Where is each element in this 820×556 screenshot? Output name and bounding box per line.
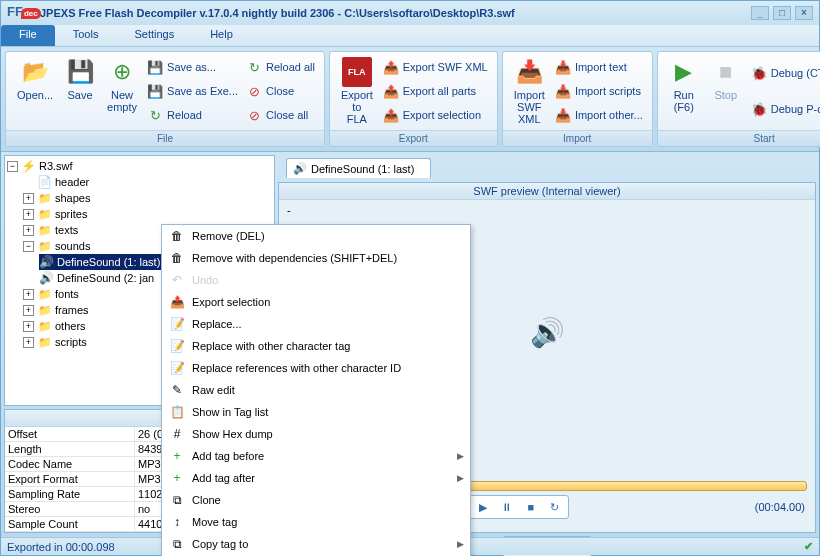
export-selection-button[interactable]: 📤Export selection bbox=[379, 105, 492, 125]
import-scripts-button[interactable]: 📥Import scripts bbox=[551, 81, 647, 101]
save-as-exe-button[interactable]: 💾Save as Exe... bbox=[143, 81, 242, 101]
save-button[interactable]: 💾 Save bbox=[59, 55, 101, 127]
ctx-replace-char[interactable]: 📝Replace with other character tag bbox=[162, 335, 470, 357]
debug-button[interactable]: 🐞Debug (CTRL+F5) bbox=[747, 63, 820, 83]
ctx-raw-edit[interactable]: ✎Raw edit bbox=[162, 379, 470, 401]
ribbon-group-import: 📥 ImportSWF XML 📥Import text 📥Import scr… bbox=[502, 51, 653, 147]
open-icon: 📂 bbox=[20, 57, 50, 87]
list-icon: 📋 bbox=[168, 404, 186, 420]
player-loop-button[interactable]: ↻ bbox=[544, 498, 566, 516]
open-button[interactable]: 📂 Open... bbox=[11, 55, 59, 127]
save-as-button[interactable]: 💾Save as... bbox=[143, 57, 242, 77]
menu-file[interactable]: File bbox=[1, 25, 55, 46]
exe-icon: 💾 bbox=[147, 83, 163, 99]
maximize-button[interactable]: □ bbox=[773, 6, 791, 20]
ribbon-group-start: ▶ Run(F6) ■ Stop 🐞Debug (CTRL+F5) 🐞Debug… bbox=[657, 51, 820, 147]
add-icon: + bbox=[168, 470, 186, 486]
player-play-button[interactable]: ▶ bbox=[472, 498, 494, 516]
app-logo-icon: FFdec bbox=[7, 4, 35, 22]
sound-icon: 🔊 bbox=[39, 255, 54, 269]
export-icon: 📤 bbox=[168, 294, 186, 310]
ribbon-group-file: 📂 Open... 💾 Save ⊕ Newempty 💾Save as... … bbox=[5, 51, 325, 147]
submenu-arrow-icon: ▶ bbox=[457, 451, 464, 461]
preview-title: SWF preview (Internal viewer) bbox=[279, 183, 815, 200]
ribbon-group-export: FLA Exportto FLA 📤Export SWF XML 📤Export… bbox=[329, 51, 498, 147]
page-icon: 📄 bbox=[37, 175, 52, 189]
bug-icon: 🐞 bbox=[751, 65, 767, 81]
folder-icon bbox=[37, 191, 52, 205]
delete-icon: 🗑 bbox=[168, 228, 186, 244]
ctx-undo[interactable]: ↶Undo bbox=[162, 269, 470, 291]
replace-refs-icon: 📝 bbox=[168, 360, 186, 376]
tree-sprites[interactable]: +sprites bbox=[23, 206, 272, 222]
ribbon: 📂 Open... 💾 Save ⊕ Newempty 💾Save as... … bbox=[1, 47, 819, 152]
export-fla-button[interactable]: FLA Exportto FLA bbox=[335, 55, 379, 127]
ctx-remove-deps[interactable]: 🗑Remove with dependencies (SHIFT+DEL) bbox=[162, 247, 470, 269]
ctx-show-hex[interactable]: #Show Hex dump bbox=[162, 423, 470, 445]
save-as-icon: 💾 bbox=[147, 59, 163, 75]
export-all-parts-button[interactable]: 📤Export all parts bbox=[379, 81, 492, 101]
tree-header[interactable]: 📄header bbox=[23, 174, 272, 190]
stop-button[interactable]: ■ Stop bbox=[705, 55, 747, 127]
run-button[interactable]: ▶ Run(F6) bbox=[663, 55, 705, 127]
ctx-add-before[interactable]: +Add tag before▶ bbox=[162, 445, 470, 467]
submenu-arrow-icon: ▶ bbox=[457, 539, 464, 549]
ctx-add-after[interactable]: +Add tag after▶ bbox=[162, 467, 470, 489]
menu-help[interactable]: Help bbox=[192, 25, 251, 46]
folder-icon bbox=[37, 319, 52, 333]
ctx-replace-refs[interactable]: 📝Replace references with other character… bbox=[162, 357, 470, 379]
ctx-clone[interactable]: ⧉Clone bbox=[162, 489, 470, 511]
tab-strip: 🔊DefineSound (1: last) bbox=[278, 155, 816, 178]
close-file-icon: ⊘ bbox=[246, 83, 262, 99]
copy-icon: ⧉ bbox=[168, 536, 186, 552]
reload-all-button[interactable]: ↻Reload all bbox=[242, 57, 319, 77]
export-sel-icon: 📤 bbox=[383, 107, 399, 123]
ctx-copy-to[interactable]: ⧉Copy tag to▶ bbox=[162, 533, 470, 555]
save-icon: 💾 bbox=[65, 57, 95, 87]
new-icon: ⊕ bbox=[107, 57, 137, 87]
new-empty-button[interactable]: ⊕ Newempty bbox=[101, 55, 143, 127]
reload-button[interactable]: ↻Reload bbox=[143, 105, 242, 125]
window-title: JPEXS Free Flash Decompiler v.17.0.4 nig… bbox=[40, 7, 515, 19]
import-text-button[interactable]: 📥Import text bbox=[551, 57, 647, 77]
xml-icon: 📤 bbox=[383, 59, 399, 75]
export-all-icon: 📤 bbox=[383, 83, 399, 99]
ctx-replace[interactable]: 📝Replace... bbox=[162, 313, 470, 335]
play-icon: ▶ bbox=[669, 57, 699, 87]
import-text-icon: 📥 bbox=[555, 59, 571, 75]
replace-icon: 📝 bbox=[168, 316, 186, 332]
import-other-button[interactable]: 📥Import other... bbox=[551, 105, 647, 125]
ctx-export-selection[interactable]: 📤Export selection bbox=[162, 291, 470, 313]
folder-icon bbox=[37, 287, 52, 301]
tree-shapes[interactable]: +shapes bbox=[23, 190, 272, 206]
folder-icon bbox=[37, 207, 52, 221]
status-ok-icon: ✔ bbox=[804, 540, 813, 553]
close-file-button[interactable]: ⊘Close bbox=[242, 81, 319, 101]
menu-settings[interactable]: Settings bbox=[116, 25, 192, 46]
close-button[interactable]: × bbox=[795, 6, 813, 20]
ctx-remove[interactable]: 🗑Remove (DEL) bbox=[162, 225, 470, 247]
minimize-button[interactable]: _ bbox=[751, 6, 769, 20]
import-swf-xml-button[interactable]: 📥 ImportSWF XML bbox=[508, 55, 551, 127]
active-tab[interactable]: 🔊DefineSound (1: last) bbox=[286, 158, 431, 178]
bug-icon: 🐞 bbox=[751, 101, 767, 117]
sound-icon: 🔊 bbox=[39, 271, 54, 285]
reload-all-icon: ↻ bbox=[246, 59, 262, 75]
menubar: File Tools Settings Help bbox=[1, 25, 819, 47]
player-stop-button[interactable]: ■ bbox=[520, 498, 542, 516]
menu-tools[interactable]: Tools bbox=[55, 25, 117, 46]
sound-icon: 🔊 bbox=[293, 162, 307, 175]
tree-root[interactable]: −⚡R3.swf bbox=[7, 158, 272, 174]
ctx-move[interactable]: ↕Move tag bbox=[162, 511, 470, 533]
folder-icon bbox=[37, 303, 52, 317]
debug-pcode-button[interactable]: 🐞Debug P-code bbox=[747, 99, 820, 119]
hex-icon: # bbox=[168, 426, 186, 442]
folder-icon bbox=[37, 335, 52, 349]
export-swf-xml-button[interactable]: 📤Export SWF XML bbox=[379, 57, 492, 77]
dash-label: - bbox=[287, 204, 291, 216]
stop-icon: ■ bbox=[711, 57, 741, 87]
main-window: FFdec JPEXS Free Flash Decompiler v.17.0… bbox=[0, 0, 820, 556]
close-all-button[interactable]: ⊘Close all bbox=[242, 105, 319, 125]
player-pause-button[interactable]: ⏸ bbox=[496, 498, 518, 516]
ctx-show-tag-list[interactable]: 📋Show in Tag list bbox=[162, 401, 470, 423]
